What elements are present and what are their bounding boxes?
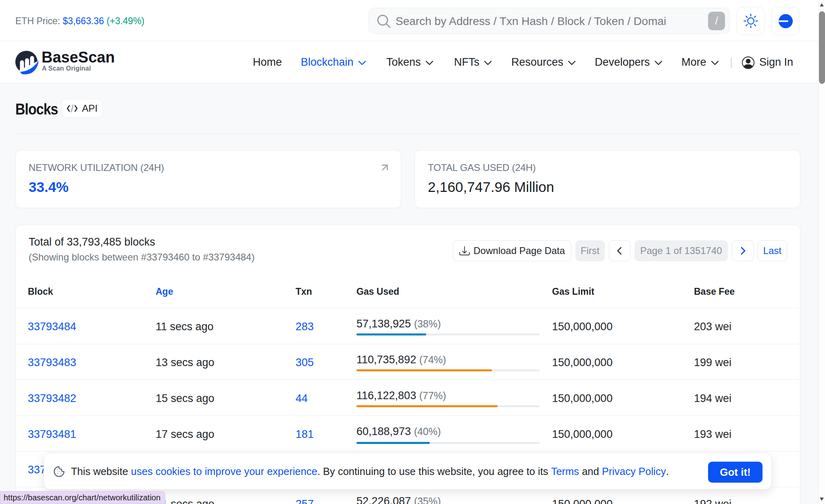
svg-text:BaseScan: BaseScan bbox=[42, 51, 115, 66]
svg-text:A Scan Original: A Scan Original bbox=[42, 65, 91, 72]
